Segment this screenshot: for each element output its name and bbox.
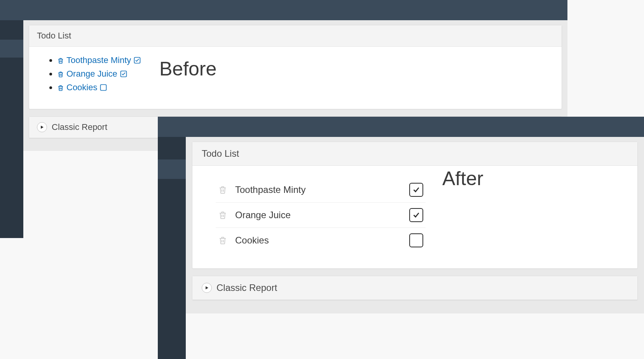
after-todo-item-label[interactable]: Cookies bbox=[235, 235, 401, 246]
before-topbar bbox=[0, 0, 567, 20]
before-classic-report-title: Classic Report bbox=[52, 122, 107, 132]
trash-icon[interactable] bbox=[218, 235, 227, 245]
svg-marker-4 bbox=[206, 286, 208, 289]
before-todo-item-link[interactable]: Cookies bbox=[66, 82, 97, 94]
after-classic-report-title: Classic Report bbox=[216, 282, 277, 293]
before-sidebar-item[interactable] bbox=[0, 40, 23, 58]
svg-rect-2 bbox=[101, 84, 106, 90]
play-icon[interactable] bbox=[202, 283, 212, 293]
after-todo-item: Cookies bbox=[216, 228, 426, 253]
after-caption: After bbox=[442, 167, 483, 190]
after-classic-report-header[interactable]: Classic Report bbox=[192, 276, 637, 300]
before-todo-item-link[interactable]: Toothpaste Minty bbox=[66, 54, 131, 67]
after-todo-region-header: Todo List bbox=[192, 142, 637, 166]
after-todo-item-label[interactable]: Toothpaste Minty bbox=[235, 184, 401, 195]
trash-icon[interactable] bbox=[57, 54, 64, 67]
before-todo-region-title: Todo List bbox=[37, 31, 71, 41]
trash-icon[interactable] bbox=[57, 68, 64, 80]
trash-icon[interactable] bbox=[57, 82, 64, 94]
svg-marker-3 bbox=[41, 126, 44, 129]
after-todo-item: Toothpaste Minty bbox=[216, 177, 426, 203]
before-todo-item-link[interactable]: Orange Juice bbox=[66, 68, 117, 80]
after-todo-item-label[interactable]: Orange Juice bbox=[235, 210, 401, 221]
checkbox-unchecked-icon[interactable] bbox=[409, 233, 423, 247]
before-todo-item: Cookies bbox=[57, 81, 552, 95]
after-todo-list: Toothpaste Minty bbox=[216, 177, 426, 253]
before-todo-region-body: Toothpaste Minty bbox=[29, 47, 562, 109]
checkbox-unchecked-icon[interactable] bbox=[99, 84, 107, 91]
before-todo-list: Toothpaste Minty bbox=[38, 54, 552, 94]
after-sidebar-item[interactable] bbox=[158, 159, 186, 179]
after-panel: Todo List Toothpaste Minty bbox=[158, 117, 644, 359]
after-todo-region: Todo List Toothpaste Minty bbox=[192, 142, 638, 269]
after-topbar bbox=[158, 117, 644, 137]
play-icon[interactable] bbox=[37, 122, 47, 132]
before-caption: Before bbox=[159, 58, 216, 80]
before-todo-region-header: Todo List bbox=[29, 25, 562, 47]
checkbox-checked-icon[interactable] bbox=[409, 208, 423, 222]
trash-icon[interactable] bbox=[218, 185, 227, 195]
after-sidebar bbox=[158, 137, 186, 359]
trash-icon[interactable] bbox=[218, 210, 227, 220]
before-sidebar bbox=[0, 20, 23, 238]
after-content-area: Todo List Toothpaste Minty bbox=[186, 137, 644, 313]
before-todo-region: Todo List Toothpaste Minty bbox=[29, 25, 562, 109]
checkbox-checked-icon[interactable] bbox=[409, 183, 423, 197]
checkbox-checked-icon[interactable] bbox=[120, 70, 127, 78]
before-todo-item: Toothpaste Minty bbox=[57, 54, 552, 67]
after-todo-region-body: Toothpaste Minty bbox=[192, 166, 637, 268]
checkbox-checked-icon[interactable] bbox=[133, 56, 141, 64]
after-classic-report-region: Classic Report bbox=[192, 276, 638, 300]
after-todo-region-title: Todo List bbox=[202, 148, 239, 159]
before-todo-item: Orange Juice bbox=[57, 67, 552, 81]
after-todo-item: Orange Juice bbox=[216, 203, 426, 228]
